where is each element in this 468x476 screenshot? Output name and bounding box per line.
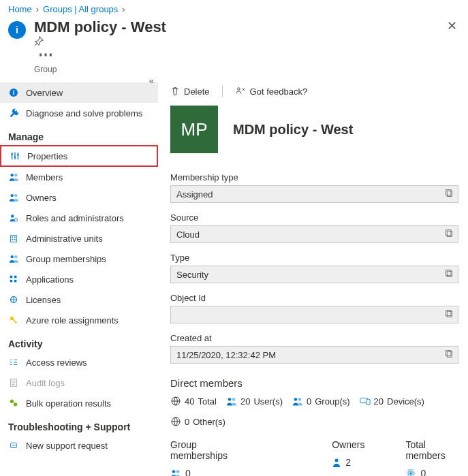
feedback-icon [235,86,246,96]
svg-rect-15 [14,239,16,240]
sidebar-item-roles[interactable]: Roles and administrators [0,208,158,228]
svg-rect-14 [12,239,13,240]
checklist-icon [8,358,19,367]
svg-point-16 [10,255,13,258]
field-object-id [170,306,458,323]
direct-members-stats: 40Total 20User(s) 0Group(s) 20Device(s) [170,396,458,427]
svg-rect-20 [10,280,13,283]
sidebar-item-label: Members [26,172,63,183]
sidebar-item-label: Azure role assignments [26,315,119,326]
svg-rect-11 [11,236,17,242]
sidebar-item-properties[interactable]: Properties [0,145,158,167]
svg-point-2 [11,153,13,155]
sidebar: « i Overview Diagnose and solve problems… [0,80,158,476]
copy-icon[interactable] [445,349,454,358]
breadcrumb-groups[interactable]: Groups | All groups [43,4,118,14]
sidebar-item-bulk-results[interactable]: Bulk operation results [0,393,158,413]
svg-point-49 [335,458,339,462]
svg-rect-45 [366,399,369,404]
svg-rect-12 [12,236,13,238]
sidebar-item-diagnose[interactable]: Diagnose and solve problems [0,103,158,123]
copy-icon[interactable] [445,309,454,318]
summary-columns: Group memberships 0 Owners 2 T [170,439,458,476]
sidebar-item-label: Administrative units [26,234,103,244]
sidebar-section-activity: Activity [0,330,158,352]
group-avatar: MP [170,106,218,153]
more-icon[interactable]: ⋯ [38,46,53,63]
atom-icon [405,468,416,476]
field-label-object-id: Object Id [170,293,458,303]
delete-button[interactable]: Delete [170,86,210,97]
sidebar-item-label: Overview [26,88,63,98]
svg-point-8 [14,194,17,197]
svg-point-47 [172,470,176,473]
sidebar-item-licenses[interactable]: Licenses [0,289,158,310]
feedback-button[interactable]: Got feedback? [235,86,308,97]
sidebar-item-members[interactable]: Members [0,167,158,187]
toolbar-separator [222,85,223,97]
svg-point-41 [232,398,236,401]
svg-text:i: i [13,89,15,96]
sidebar-item-azure-role[interactable]: Azure role assignments [0,310,158,330]
sidebar-item-label: Diagnose and solve problems [26,108,142,118]
close-icon[interactable]: ✕ [447,18,457,33]
sidebar-item-label: Owners [26,193,57,203]
stat-devices: 20Device(s) [360,396,424,407]
collapse-sidebar-icon[interactable]: « [149,76,154,86]
direct-members-title: Direct members [170,377,458,389]
person-gear-icon [8,213,19,223]
sidebar-item-support[interactable]: New support request [0,435,158,456]
globe-icon [170,396,181,407]
sidebar-item-audit-logs[interactable]: Audit logs [0,372,158,393]
pin-icon[interactable] [34,36,170,46]
sidebar-item-label: Group memberships [26,254,106,264]
sidebar-item-label: Audit logs [26,378,65,388]
svg-point-6 [14,174,17,176]
chevron-right-icon: › [122,4,125,14]
svg-point-26 [14,402,17,406]
field-type: Security [170,266,458,283]
field-label-type: Type [170,253,458,263]
svg-point-53 [410,473,412,475]
sidebar-item-owners[interactable]: Owners [0,187,158,208]
copy-icon[interactable] [445,269,454,278]
trash-icon [170,86,180,96]
sidebar-item-group-memberships[interactable]: Group memberships [0,249,158,269]
sidebar-item-label: New support request [26,441,108,451]
sidebar-section-manage: Manage [0,123,158,145]
svg-point-28 [237,88,240,91]
group-icon [292,396,303,407]
sidebar-item-label: Properties [27,151,67,161]
svg-point-10 [14,218,17,221]
person-icon [332,458,341,468]
info-icon: i [8,21,26,39]
user-icon [226,396,237,407]
people-icon [170,469,181,477]
page-subtitle: Group [34,65,170,74]
bulk-icon [8,398,19,408]
svg-point-4 [17,154,19,156]
copy-icon[interactable] [445,189,454,197]
summary-group-memberships: Group memberships 0 [170,439,243,476]
breadcrumb-home[interactable]: Home [8,4,32,14]
stat-users: 20User(s) [226,396,283,407]
copy-icon[interactable] [445,229,454,238]
svg-rect-21 [14,280,17,283]
stat-groups: 0Group(s) [292,396,350,407]
sidebar-item-overview[interactable]: i Overview [0,82,158,103]
sidebar-item-label: Roles and administrators [26,213,124,223]
sidebar-item-admin-units[interactable]: Administrative units [0,228,158,249]
building-icon [8,234,19,243]
sidebar-item-access-reviews[interactable]: Access reviews [0,352,158,372]
globe-icon [170,416,181,427]
field-label-created-at: Created at [170,333,458,343]
breadcrumb: Home › Groups | All groups › [0,0,468,14]
page-header: i MDM policy - West ⋯ Group ✕ [0,14,468,80]
info-icon: i [8,88,19,97]
log-icon [8,378,19,387]
device-icon [360,396,371,406]
svg-point-7 [10,194,13,197]
sidebar-item-applications[interactable]: Applications [0,269,158,289]
field-source: Cloud [170,225,458,243]
sidebar-item-label: Licenses [26,295,61,305]
